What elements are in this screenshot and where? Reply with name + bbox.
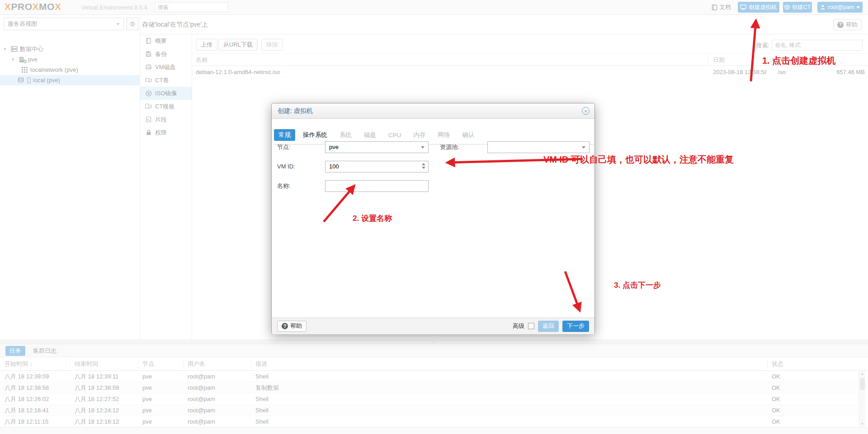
chevron-down-icon [582, 146, 585, 149]
tab-os[interactable]: 操作系统 [298, 129, 332, 141]
tab-confirm[interactable]: 确认 [458, 129, 479, 141]
tab-memory[interactable]: 内存 [409, 129, 430, 141]
next-button[interactable]: 下一步 [562, 321, 589, 332]
vm-name-label: 名称: [277, 180, 322, 192]
tab-cpu[interactable]: CPU [384, 129, 406, 141]
node-label: 节点: [277, 141, 322, 153]
advanced-label: 高级 [513, 322, 524, 330]
dialog-header[interactable]: 创建: 虚拟机 × [272, 103, 594, 119]
create-vm-dialog: 创建: 虚拟机 × 常规 操作系统 系统 磁盘 CPU 内存 网络 确认 节点:… [271, 103, 595, 334]
vmid-label: VM ID: [277, 161, 322, 173]
stepper-arrows-icon[interactable] [422, 163, 425, 169]
dialog-title: 创建: 虚拟机 [278, 107, 313, 115]
proxmox-app: XPROXMOX Virtual Environment 8.0.4 文档 创建… [0, 0, 868, 434]
node-select[interactable]: pve [325, 141, 429, 153]
tab-disks[interactable]: 磁盘 [359, 129, 381, 141]
advanced-checkbox[interactable] [528, 323, 534, 329]
chevron-down-icon [421, 146, 425, 149]
dialog-help-button[interactable]: ? 帮助 [277, 321, 307, 332]
resource-pool-select[interactable] [487, 141, 590, 153]
dialog-tabbar: 常规 操作系统 系统 磁盘 CPU 内存 网络 确认 [274, 129, 479, 141]
back-button[interactable]: 返回 [538, 321, 559, 332]
tab-general[interactable]: 常规 [274, 129, 295, 141]
question-icon: ? [282, 323, 288, 329]
tab-network[interactable]: 网络 [434, 129, 455, 141]
dialog-footer: ? 帮助 高级 返回 下一步 [272, 317, 594, 334]
resource-pool-label: 资源池: [440, 141, 485, 153]
close-icon[interactable]: × [582, 107, 590, 115]
vmid-stepper[interactable]: 100 [325, 161, 429, 173]
tab-system[interactable]: 系统 [335, 129, 356, 141]
vm-name-input[interactable] [325, 180, 429, 192]
